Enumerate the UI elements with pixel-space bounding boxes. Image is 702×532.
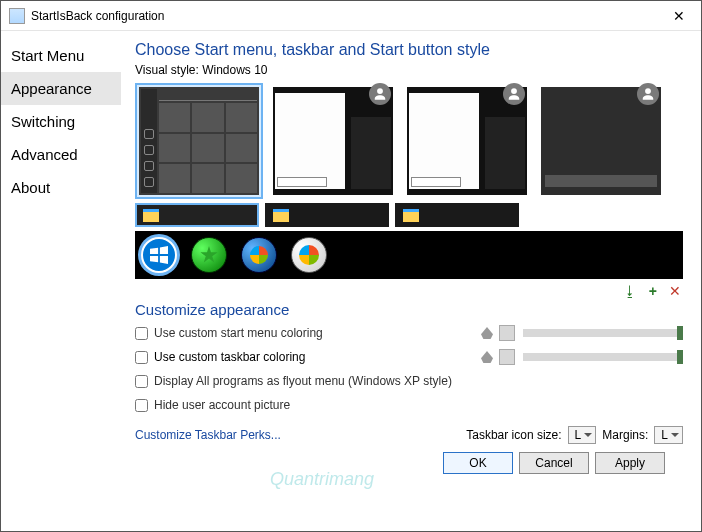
nav-advanced[interactable]: Advanced xyxy=(1,138,121,171)
eyedropper-icon[interactable] xyxy=(481,351,493,363)
label-hide-account-pic: Hide user account picture xyxy=(154,398,290,412)
nav-switching[interactable]: Switching xyxy=(1,105,121,138)
main-panel: Choose Start menu, taskbar and Start but… xyxy=(121,31,701,531)
apply-button[interactable]: Apply xyxy=(595,452,665,474)
folder-icon xyxy=(403,209,419,222)
download-style-icon[interactable]: ⭳ xyxy=(621,283,639,299)
style-actions: ⭳ + ✕ xyxy=(135,283,683,299)
start-orb-colorful[interactable] xyxy=(291,237,327,273)
menu-style-win10[interactable] xyxy=(135,83,263,199)
taskbar-style-3[interactable] xyxy=(395,203,519,227)
menu-style-win7-dark[interactable] xyxy=(269,83,397,199)
folder-icon xyxy=(143,209,159,222)
start-orb-win7[interactable] xyxy=(241,237,277,273)
add-style-icon[interactable]: + xyxy=(647,283,659,299)
user-icon xyxy=(637,83,659,105)
user-icon xyxy=(369,83,391,105)
visual-style-row: Visual style: Windows 10 xyxy=(135,63,683,77)
start-orb-win10[interactable] xyxy=(141,237,177,273)
eyedropper-icon[interactable] xyxy=(481,327,493,339)
folder-icon xyxy=(273,209,289,222)
start-color-swatch[interactable] xyxy=(499,325,515,341)
app-icon xyxy=(9,8,25,24)
close-button[interactable]: ✕ xyxy=(665,6,693,26)
dialog-buttons: OK Cancel Apply xyxy=(135,444,683,484)
checkbox-flyout-menu[interactable] xyxy=(135,375,148,388)
visual-style-value: Windows 10 xyxy=(202,63,267,77)
margins-select[interactable]: L xyxy=(654,426,683,444)
label-flyout-menu: Display All programs as flyout menu (Win… xyxy=(154,374,452,388)
link-customize-perks[interactable]: Customize Taskbar Perks... xyxy=(135,428,281,442)
label-custom-taskbar-coloring: Use custom taskbar coloring xyxy=(154,350,481,364)
taskbar-icon-size-select[interactable]: L xyxy=(568,426,597,444)
menu-style-flat-dark[interactable] xyxy=(537,83,665,199)
start-button-row xyxy=(135,231,683,279)
visual-style-label: Visual style: xyxy=(135,63,199,77)
taskbar-style-2[interactable] xyxy=(265,203,389,227)
margins-label: Margins: xyxy=(602,428,648,442)
cancel-button[interactable]: Cancel xyxy=(519,452,589,474)
start-orb-clover[interactable] xyxy=(191,237,227,273)
checkbox-hide-account-pic[interactable] xyxy=(135,399,148,412)
taskbar-color-slider[interactable] xyxy=(523,353,683,361)
nav-start-menu[interactable]: Start Menu xyxy=(1,39,121,72)
menu-style-row xyxy=(135,83,683,199)
user-icon xyxy=(503,83,525,105)
taskbar-icon-size-label: Taskbar icon size: xyxy=(466,428,561,442)
taskbar-style-1[interactable] xyxy=(135,203,259,227)
nav-about[interactable]: About xyxy=(1,171,121,204)
section-heading: Choose Start menu, taskbar and Start but… xyxy=(135,41,683,59)
start-color-slider[interactable] xyxy=(523,329,683,337)
remove-style-icon[interactable]: ✕ xyxy=(667,283,683,299)
label-custom-start-coloring: Use custom start menu coloring xyxy=(154,326,481,340)
customize-heading: Customize appearance xyxy=(135,301,683,318)
title-bar: StartIsBack configuration ✕ xyxy=(1,1,701,31)
windows-flag-icon xyxy=(150,246,168,264)
ok-button[interactable]: OK xyxy=(443,452,513,474)
checkbox-custom-start-coloring[interactable] xyxy=(135,327,148,340)
taskbar-color-swatch[interactable] xyxy=(499,349,515,365)
nav-appearance[interactable]: Appearance xyxy=(1,72,121,105)
checkbox-custom-taskbar-coloring[interactable] xyxy=(135,351,148,364)
menu-style-win7-light[interactable] xyxy=(403,83,531,199)
window-title: StartIsBack configuration xyxy=(31,9,665,23)
sidebar: Start Menu Appearance Switching Advanced… xyxy=(1,31,121,531)
taskbar-style-row xyxy=(135,203,683,227)
